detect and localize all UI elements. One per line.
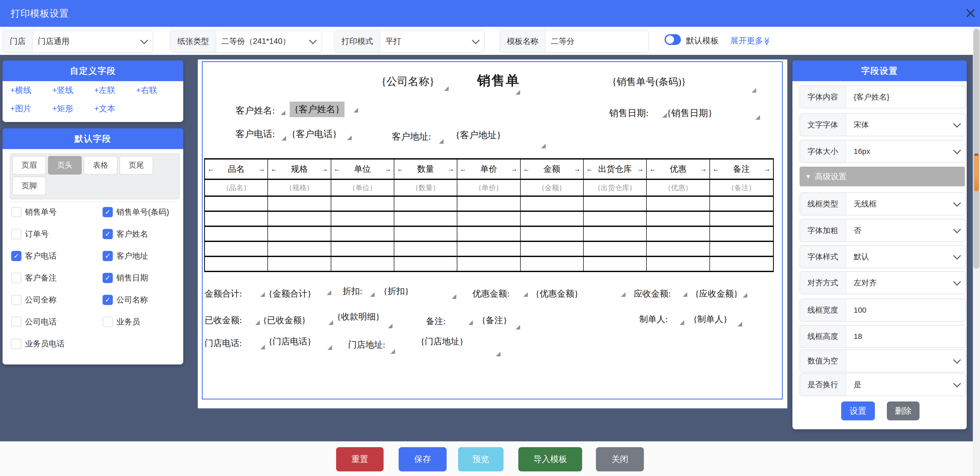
resize-handle-icon[interactable] bbox=[682, 292, 687, 297]
paper-type-select[interactable]: 纸张类型 二等份（241*140） bbox=[170, 30, 322, 53]
maker-label[interactable]: 制单人: bbox=[639, 314, 668, 325]
tab-page-head[interactable]: 页头 bbox=[48, 156, 82, 175]
store-address-field[interactable]: {门店地址} bbox=[421, 336, 464, 347]
add-right-copy-link[interactable]: +右联 bbox=[136, 85, 178, 96]
font-family-select[interactable]: 文字字体宋体 bbox=[800, 113, 966, 136]
empty-value-select[interactable]: 数值为空 bbox=[800, 349, 966, 373]
resize-handle-icon[interactable] bbox=[515, 325, 520, 330]
add-left-copy-link[interactable]: +左联 bbox=[94, 85, 136, 96]
received-label[interactable]: 已收金额: bbox=[205, 314, 242, 326]
checkbox-customer-address[interactable]: ✓客户地址 bbox=[103, 250, 177, 262]
tab-table[interactable]: 表格 bbox=[84, 156, 118, 175]
checkbox-company-phone[interactable]: ✓公司电话 bbox=[11, 316, 103, 328]
template-name-field[interactable]: 模板名称 二等分 bbox=[500, 30, 649, 53]
align-select[interactable]: 对齐方式左对齐 bbox=[800, 271, 966, 294]
resize-handle-icon[interactable] bbox=[541, 144, 546, 148]
resize-handle-icon[interactable] bbox=[444, 86, 449, 91]
border-width-field[interactable]: 线框宽度100 bbox=[800, 299, 966, 322]
store-phone-label[interactable]: 门店电话: bbox=[205, 337, 242, 349]
checkbox-company-name[interactable]: ✓公司名称 bbox=[103, 294, 177, 306]
expand-more-link[interactable]: 展开更多≫ bbox=[730, 35, 771, 46]
scrollbar-orange-marker[interactable] bbox=[974, 153, 979, 191]
checkbox-customer-phone[interactable]: ✓客户电话 bbox=[11, 250, 103, 262]
border-type-select[interactable]: 线框类型无线框 bbox=[800, 193, 966, 215]
customer-name-field-selected[interactable]: {客户姓名} bbox=[290, 102, 345, 117]
add-vline-link[interactable]: +竖线 bbox=[52, 85, 94, 96]
default-template-toggle[interactable] bbox=[665, 34, 681, 45]
resize-handle-icon[interactable] bbox=[328, 320, 333, 325]
checkbox-salesman[interactable]: ✓业务员 bbox=[103, 316, 177, 328]
delete-button[interactable]: 删除 bbox=[887, 401, 920, 420]
checkbox-customer-remark[interactable]: ✓客户备注 bbox=[11, 272, 103, 284]
discount-field[interactable]: {折扣} bbox=[383, 285, 409, 297]
receivable-field[interactable]: {应收金额} bbox=[695, 288, 738, 299]
tab-page-footer[interactable]: 页脚 bbox=[12, 177, 46, 195]
resize-handle-icon[interactable] bbox=[452, 294, 456, 299]
resize-handle-icon[interactable] bbox=[388, 324, 393, 328]
total-label[interactable]: 金额合计: bbox=[205, 288, 242, 299]
font-size-select[interactable]: 字体大小16px bbox=[800, 140, 966, 163]
add-text-link[interactable]: +文本 bbox=[94, 103, 136, 115]
resize-handle-icon[interactable] bbox=[260, 292, 265, 297]
wrap-select[interactable]: 是否换行是 bbox=[800, 373, 966, 396]
font-bold-select[interactable]: 字体加粗否 bbox=[800, 219, 966, 242]
resize-handle-icon[interactable] bbox=[370, 292, 375, 297]
resize-handle-icon[interactable] bbox=[327, 290, 331, 295]
resize-handle-icon[interactable] bbox=[743, 293, 747, 298]
discount-label[interactable]: 折扣: bbox=[342, 285, 362, 297]
resize-handle-icon[interactable] bbox=[523, 292, 528, 297]
print-mode-select[interactable]: 打印模式 平打 bbox=[334, 30, 485, 53]
resize-handle-icon[interactable] bbox=[752, 88, 756, 92]
store-address-label[interactable]: 门店地址: bbox=[348, 339, 385, 351]
customer-address-label[interactable]: 客户地址: bbox=[392, 131, 431, 143]
sale-date-label[interactable]: 销售日期: bbox=[609, 107, 649, 119]
customer-address-field[interactable]: {客户地址} bbox=[455, 129, 501, 142]
resize-handle-icon[interactable] bbox=[439, 139, 444, 144]
close-icon[interactable]: ✕ bbox=[962, 5, 980, 22]
resize-handle-icon[interactable] bbox=[496, 352, 501, 356]
font-content-field[interactable]: 字体内容{客户姓名} bbox=[800, 86, 966, 108]
scrollbar-thumb[interactable] bbox=[974, 29, 980, 269]
customer-phone-field[interactable]: {客户电话} bbox=[291, 128, 337, 140]
resize-handle-icon[interactable] bbox=[662, 113, 667, 118]
coupon-label[interactable]: 优惠金额: bbox=[473, 288, 509, 299]
company-name-field[interactable]: {公司名称} bbox=[381, 74, 434, 89]
sale-date-field[interactable]: {销售日期} bbox=[667, 107, 713, 119]
border-height-field[interactable]: 线框高度18 bbox=[800, 325, 966, 348]
resize-handle-icon[interactable] bbox=[621, 292, 625, 297]
checkbox-sale-date[interactable]: ✓销售日期 bbox=[103, 272, 177, 284]
save-button[interactable]: 保存 bbox=[399, 447, 447, 471]
received-field[interactable]: {已收金额} bbox=[263, 314, 306, 326]
maker-field[interactable]: {制单人} bbox=[693, 314, 728, 325]
checkbox-sale-no-barcode[interactable]: ✓销售单号(条码) bbox=[103, 206, 177, 218]
doc-title-field[interactable]: 销售单 bbox=[477, 72, 520, 89]
resize-handle-icon[interactable] bbox=[282, 136, 286, 141]
add-image-link[interactable]: +图片 bbox=[10, 103, 52, 115]
remark-label[interactable]: 备注: bbox=[426, 315, 445, 327]
apply-button[interactable]: 设置 bbox=[841, 401, 875, 420]
add-hline-link[interactable]: +横线 bbox=[10, 85, 52, 96]
receivable-label[interactable]: 应收金额: bbox=[634, 288, 671, 299]
customer-phone-label[interactable]: 客户电话: bbox=[235, 128, 275, 140]
resize-handle-icon[interactable] bbox=[468, 320, 473, 325]
checkbox-salesman-phone[interactable]: ✓业务员电话 bbox=[11, 338, 103, 350]
items-table[interactable]: ←品名→ ←规格→ ←单位→ ←数量→ ←单价→ ←金额→ ←出货仓库→ ←优惠… bbox=[204, 158, 774, 272]
barcode-field[interactable]: {销售单号(条码)} bbox=[612, 75, 686, 88]
import-template-button[interactable]: 导入模板 bbox=[518, 447, 582, 471]
resize-handle-icon[interactable] bbox=[515, 90, 520, 95]
font-style-select[interactable]: 字体样式默认 bbox=[800, 245, 966, 268]
store-phone-field[interactable]: {门店电话} bbox=[269, 336, 312, 347]
checkbox-sale-no[interactable]: ✓销售单号 bbox=[11, 206, 103, 218]
template-canvas[interactable]: {公司名称} 销售单 {销售单号(条码)} 客户姓名: {客户姓名} 销售日期:… bbox=[198, 59, 788, 408]
resize-handle-icon[interactable] bbox=[281, 110, 285, 115]
resize-handle-icon[interactable] bbox=[347, 135, 352, 140]
reset-button[interactable]: 重置 bbox=[336, 447, 383, 471]
preview-button[interactable]: 预览 bbox=[458, 447, 504, 471]
resize-handle-icon[interactable] bbox=[756, 115, 760, 120]
remark-field[interactable]: {备注} bbox=[482, 314, 508, 326]
store-select[interactable]: 门店 门店通用 bbox=[3, 30, 153, 53]
resize-handle-icon[interactable] bbox=[353, 108, 358, 113]
resize-handle-icon[interactable] bbox=[328, 345, 332, 350]
close-button[interactable]: 关闭 bbox=[596, 447, 644, 471]
resize-handle-icon[interactable] bbox=[255, 320, 260, 325]
